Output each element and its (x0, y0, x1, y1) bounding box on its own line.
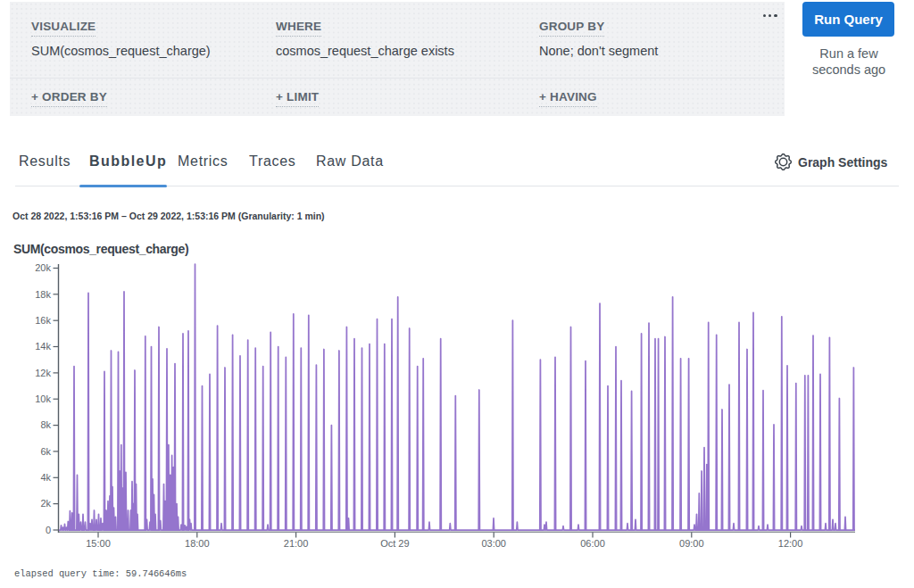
svg-text:2k: 2k (40, 498, 51, 509)
svg-text:20k: 20k (35, 262, 51, 273)
svg-text:Oct 29: Oct 29 (380, 538, 409, 549)
svg-text:21:00: 21:00 (284, 538, 309, 549)
svg-text:15:00: 15:00 (86, 538, 111, 549)
svg-text:0: 0 (46, 525, 51, 535)
svg-text:12k: 12k (35, 368, 51, 378)
svg-text:18k: 18k (35, 289, 51, 300)
svg-text:16k: 16k (35, 315, 51, 326)
svg-text:4k: 4k (40, 472, 51, 483)
svg-text:6k: 6k (40, 446, 51, 457)
svg-text:14k: 14k (35, 341, 51, 352)
svg-text:03:00: 03:00 (481, 538, 506, 549)
svg-text:09:00: 09:00 (679, 538, 704, 549)
svg-text:12:00: 12:00 (778, 538, 803, 549)
svg-text:10k: 10k (35, 393, 51, 404)
svg-text:8k: 8k (40, 419, 51, 430)
svg-text:06:00: 06:00 (580, 538, 605, 549)
svg-text:18:00: 18:00 (185, 538, 210, 549)
